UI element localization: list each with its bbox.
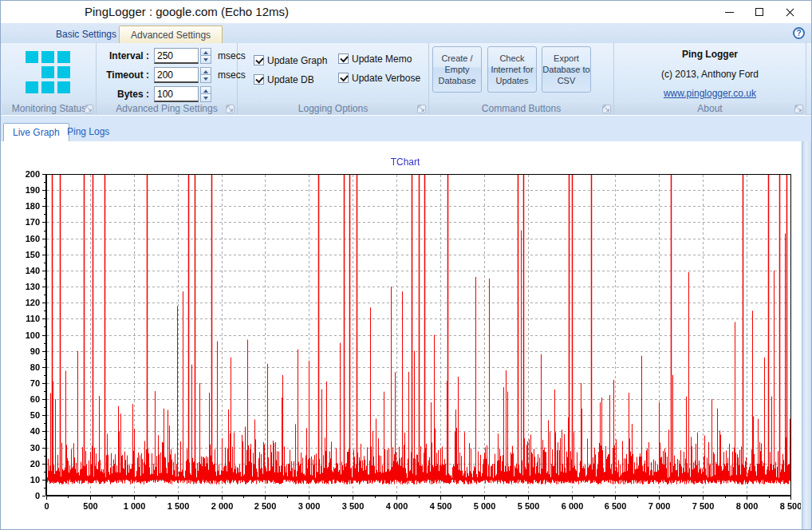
status-square <box>26 51 38 63</box>
spin-down-icon[interactable] <box>200 75 211 83</box>
status-square <box>57 51 70 63</box>
monitoring-status-icon <box>26 51 73 97</box>
interval-stepper <box>200 48 211 64</box>
spin-up-icon[interactable] <box>200 67 211 75</box>
group-logging-options: Update Graph Update DB Update Memo Updat… <box>238 43 429 115</box>
title-bar: PingLogger : google.com (Echo 12ms) <box>1 1 811 23</box>
group-caption: Command Buttons <box>429 103 613 115</box>
spin-up-icon[interactable] <box>200 48 211 56</box>
ribbon: Monitoring Status Interval : msecs Timeo… <box>1 43 811 115</box>
maximize-icon <box>755 8 763 16</box>
group-caption: Logging Options <box>238 103 428 115</box>
group-monitoring-status: Monitoring Status <box>2 43 97 115</box>
group-caption: About <box>614 103 806 115</box>
interval-label: Interval : <box>97 48 149 64</box>
check-internet-updates-button[interactable]: Check Internet for Updates <box>487 46 537 93</box>
bytes-label: Bytes : <box>97 86 149 102</box>
bytes-stepper <box>200 86 211 102</box>
dialog-launcher-icon[interactable] <box>417 105 426 113</box>
close-button[interactable] <box>775 1 805 23</box>
spin-down-icon[interactable] <box>200 56 211 64</box>
create-empty-database-button[interactable]: Create / Empty Database <box>432 46 482 93</box>
group-command-buttons: Create / Empty Database Check Internet f… <box>429 43 614 115</box>
group-caption: Monitoring Status <box>2 103 96 115</box>
status-square <box>41 51 54 63</box>
status-square <box>41 81 54 93</box>
timeout-label: Timeout : <box>97 67 149 83</box>
status-square <box>26 81 38 93</box>
help-icon[interactable]: ? <box>793 27 805 39</box>
group-advanced-ping-settings: Interval : msecs Timeout : msecs Bytes : <box>97 43 238 115</box>
status-square <box>57 81 70 93</box>
timeout-input[interactable] <box>154 67 199 83</box>
spin-down-icon[interactable] <box>200 94 211 102</box>
dialog-launcher-icon[interactable] <box>85 105 93 113</box>
right-gutter <box>802 141 812 530</box>
export-database-csv-button[interactable]: Export Database to CSV <box>542 46 591 93</box>
status-square <box>41 66 54 78</box>
group-caption: Advanced Ping Settings <box>97 103 237 115</box>
tab-ping-logs[interactable]: Ping Logs <box>58 123 118 141</box>
dialog-launcher-icon[interactable] <box>226 105 235 113</box>
chart-title: TChart <box>357 156 453 168</box>
minimize-icon <box>725 12 734 13</box>
page-tab-strip: Live Graph Ping Logs <box>1 116 811 141</box>
timeout-stepper <box>200 67 211 83</box>
status-square <box>57 66 70 78</box>
group-about: Ping Logger (c) 2013, Anthony Ford www.p… <box>614 43 806 115</box>
dialog-launcher-icon[interactable] <box>794 105 803 113</box>
ribbon-tab-advanced-settings[interactable]: Advanced Settings <box>119 26 223 43</box>
app-name-label: Ping Logger <box>614 49 806 60</box>
dialog-launcher-icon[interactable] <box>602 105 611 113</box>
checkbox-checked-icon <box>254 55 264 65</box>
status-square-off <box>26 66 38 78</box>
spin-up-icon[interactable] <box>200 86 211 94</box>
ping-chart-canvas <box>1 141 801 530</box>
ribbon-tab-strip: Basic Settings Advanced Settings ? <box>1 23 811 43</box>
website-link[interactable]: www.pinglogger.co.uk <box>614 88 806 99</box>
bytes-input[interactable] <box>154 86 199 102</box>
interval-input[interactable] <box>154 48 199 64</box>
app-window: PingLogger : google.com (Echo 12ms) Basi… <box>0 0 812 530</box>
minimize-button[interactable] <box>714 1 744 23</box>
close-icon <box>785 7 795 18</box>
copyright-label: (c) 2013, Anthony Ford <box>614 69 806 80</box>
checkbox-checked-icon <box>254 74 264 85</box>
ribbon-tab-basic-settings[interactable]: Basic Settings <box>45 26 128 43</box>
window-title: PingLogger : google.com (Echo 12ms) <box>85 1 289 23</box>
checkbox-checked-icon <box>338 53 349 64</box>
checkbox-checked-icon <box>338 73 349 83</box>
maximize-button[interactable] <box>744 1 775 23</box>
